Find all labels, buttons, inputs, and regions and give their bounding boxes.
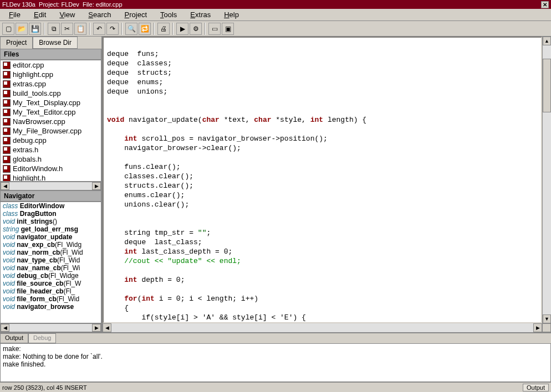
- file-item[interactable]: editor.cpp: [1, 60, 101, 70]
- navigator-item[interactable]: void navigator_browse: [1, 303, 101, 311]
- navigator-item[interactable]: void file_form_cb(Fl_Wid: [1, 295, 101, 303]
- toolbar-separator: [121, 23, 123, 35]
- toolbar-separator: [154, 23, 155, 35]
- undo-icon[interactable]: ↶: [93, 23, 105, 35]
- scroll-up-icon[interactable]: ▲: [543, 37, 551, 45]
- new-icon[interactable]: ▢: [2, 23, 14, 35]
- navigator-item[interactable]: void file_source_cb(Fl_W: [1, 280, 101, 287]
- navigator-item[interactable]: string get_load_err_msg: [1, 225, 101, 233]
- scroll-thumb[interactable]: [543, 59, 551, 112]
- navigator-item[interactable]: void init_strings(): [1, 218, 101, 225]
- build-icon[interactable]: ⚙: [190, 23, 202, 35]
- scroll-down-icon[interactable]: ▼: [543, 314, 551, 323]
- menu-tools[interactable]: Tools: [154, 9, 183, 20]
- open-icon[interactable]: 📂: [16, 23, 28, 35]
- navigator-hscroll[interactable]: ◀ ▶: [0, 323, 101, 332]
- replace-icon[interactable]: 🔁: [139, 23, 151, 35]
- file-item[interactable]: globals.h: [1, 154, 101, 164]
- toolbar: ▢📂💾⧉✂📋↶↷🔍🔁🖨▶⚙▭▣: [0, 21, 551, 37]
- navigator-item[interactable]: class DragButton: [1, 210, 101, 218]
- file-item[interactable]: My_Text_Editor.cpp: [1, 107, 101, 117]
- scroll-right-icon[interactable]: ▶: [92, 182, 101, 190]
- file-item[interactable]: build_tools.cpp: [1, 89, 101, 98]
- menubar: FileEditViewSearchProjectToolsExtrasHelp: [0, 9, 551, 21]
- menu-edit[interactable]: Edit: [27, 9, 53, 20]
- tab-output[interactable]: Output: [0, 333, 28, 343]
- file-icon: [3, 99, 11, 107]
- editor-hscroll[interactable]: ◀ ▶: [103, 323, 551, 332]
- file-name: highlight.cpp: [13, 70, 53, 79]
- save-icon[interactable]: 💾: [29, 23, 41, 35]
- toolbar-separator: [172, 23, 174, 35]
- file-item[interactable]: highlight.cpp: [1, 70, 101, 79]
- menu-search[interactable]: Search: [81, 9, 118, 20]
- close-button[interactable]: ✕: [541, 1, 549, 8]
- print-icon[interactable]: 🖨: [157, 23, 170, 35]
- scroll-right-icon[interactable]: ▶: [533, 323, 542, 332]
- navigator-item[interactable]: void navigator_update: [1, 233, 101, 241]
- toolbar-separator: [205, 23, 206, 35]
- file-item[interactable]: My_Text_Display.cpp: [1, 98, 101, 107]
- menu-file[interactable]: File: [2, 9, 27, 20]
- menu-project[interactable]: Project: [118, 9, 154, 20]
- file-item[interactable]: extras.cpp: [1, 79, 101, 89]
- file-item[interactable]: EditorWindow.h: [1, 164, 101, 173]
- navigator-item[interactable]: void debug_cb(Fl_Widge: [1, 272, 101, 280]
- toolbar-separator: [44, 23, 45, 35]
- paste-icon[interactable]: 📋: [74, 23, 86, 35]
- file-icon: [3, 146, 11, 154]
- scroll-left-icon[interactable]: ◀: [1, 324, 9, 332]
- file-icon: [3, 90, 11, 97]
- project-label: Project:: [39, 1, 59, 8]
- file-item[interactable]: extras.h: [1, 145, 101, 154]
- tab-browse-dir[interactable]: Browse Dir: [33, 37, 78, 49]
- navigator-list[interactable]: class EditorWindowclass DragButtonvoid i…: [0, 202, 101, 323]
- code-editor[interactable]: deque funs; deque classes; deque structs…: [103, 37, 542, 323]
- navigator-item[interactable]: void nav_norm_cb(Fl_Wid: [1, 249, 101, 256]
- navigator-item[interactable]: void nav_name_cb(Fl_Wi: [1, 264, 101, 272]
- scroll-track[interactable]: [111, 323, 533, 332]
- navigator-item[interactable]: void nav_exp_cb(Fl_Widg: [1, 241, 101, 249]
- menu-view[interactable]: View: [53, 9, 81, 20]
- scroll-left-icon[interactable]: ◀: [1, 182, 9, 190]
- compile-icon[interactable]: ▣: [222, 23, 234, 35]
- scroll-right-icon[interactable]: ▶: [92, 324, 101, 332]
- output-body[interactable]: make:make: Nothing to be done for `all'.…: [0, 343, 551, 382]
- menu-extras[interactable]: Extras: [183, 9, 217, 20]
- copy-icon[interactable]: ⧉: [48, 23, 60, 35]
- file-list-hscroll[interactable]: ◀ ▶: [0, 182, 101, 190]
- tab-debug[interactable]: Debug: [28, 333, 56, 343]
- tab-project[interactable]: Project: [0, 37, 33, 49]
- file-item[interactable]: NavBrowser.cpp: [1, 117, 101, 126]
- navigator-item[interactable]: class EditorWindow: [1, 202, 101, 210]
- file-name: globals.h: [13, 155, 42, 163]
- navigator-item[interactable]: void nav_type_cb(Fl_Wid: [1, 256, 101, 264]
- file-item[interactable]: My_File_Browser.cpp: [1, 126, 101, 136]
- window-icon[interactable]: ▭: [208, 23, 221, 35]
- scroll-left-icon[interactable]: ◀: [103, 323, 111, 332]
- navigator-item[interactable]: void file_header_cb(Fl_: [1, 287, 101, 295]
- cut-icon[interactable]: ✂: [61, 23, 73, 35]
- editor-vscroll[interactable]: ▲ ▼: [542, 37, 551, 323]
- file-name: editor.cpp: [96, 1, 123, 8]
- scroll-track[interactable]: [543, 45, 551, 314]
- file-name: My_File_Browser.cpp: [13, 127, 81, 135]
- toolbar-separator: [89, 23, 90, 35]
- status-position: row 250 (3523), col 45 INSERT: [2, 384, 87, 391]
- app-title: FLDev 130a: [2, 1, 35, 8]
- file-icon: [3, 137, 11, 145]
- output-line: make finished.: [3, 360, 548, 368]
- scroll-track[interactable]: [9, 182, 92, 190]
- menu-help[interactable]: Help: [217, 9, 246, 20]
- file-item[interactable]: highlight.h: [1, 173, 101, 182]
- find-icon[interactable]: 🔍: [125, 23, 137, 35]
- scroll-track[interactable]: [9, 324, 92, 332]
- file-name: highlight.h: [13, 174, 45, 182]
- file-item[interactable]: debug.cpp: [1, 136, 101, 145]
- file-icon: [3, 156, 11, 163]
- status-output-button[interactable]: Output: [523, 384, 549, 391]
- file-list[interactable]: editor.cpphighlight.cppextras.cppbuild_t…: [0, 60, 101, 182]
- redo-icon[interactable]: ↷: [106, 23, 119, 35]
- run-icon[interactable]: ▶: [176, 23, 188, 35]
- statusbar: row 250 (3523), col 45 INSERT Output: [0, 382, 551, 392]
